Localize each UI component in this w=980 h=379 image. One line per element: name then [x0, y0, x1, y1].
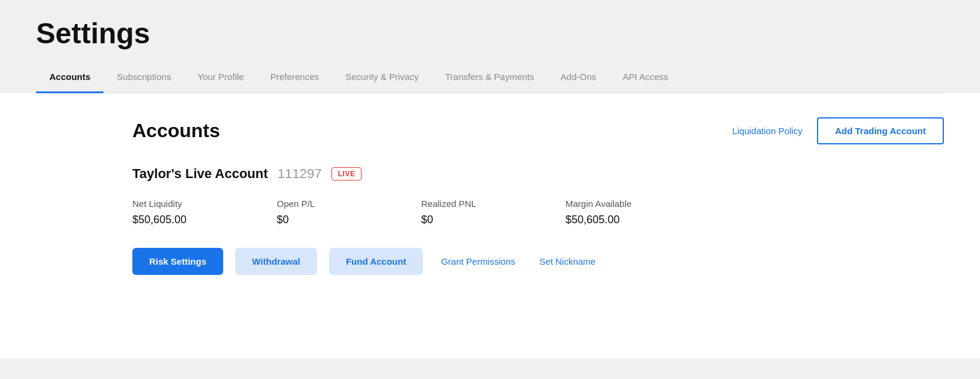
tab-transfers-payments[interactable]: Transfers & Payments: [432, 62, 547, 93]
account-name: Taylor's Live Account: [132, 166, 268, 182]
risk-settings-button[interactable]: Risk Settings: [132, 248, 223, 275]
add-trading-account-button[interactable]: Add Trading Account: [817, 117, 944, 144]
metric-margin-available: Margin Available $50,605.00: [566, 199, 686, 226]
tab-subscriptions[interactable]: Subscriptions: [103, 62, 184, 93]
account-section: Taylor's Live Account 111297 LIVE Net Li…: [132, 166, 944, 275]
metric-label-open-pl: Open P/L: [277, 199, 397, 209]
tab-preferences[interactable]: Preferences: [257, 62, 332, 93]
live-badge: LIVE: [331, 167, 362, 180]
tab-api-access[interactable]: API Access: [609, 62, 682, 93]
metric-value-open-pl: $0: [277, 214, 397, 226]
tab-your-profile[interactable]: Your Profile: [184, 62, 257, 93]
tab-add-ons[interactable]: Add-Ons: [547, 62, 609, 93]
metric-net-liquidity: Net Liquidity $50,605.00: [132, 199, 253, 226]
metric-realized-pnl: Realized PNL $0: [421, 199, 541, 226]
accounts-header: Accounts Liquidation Policy Add Trading …: [132, 117, 944, 144]
metric-value-realized-pnl: $0: [421, 214, 541, 226]
metric-label-realized-pnl: Realized PNL: [421, 199, 541, 209]
metric-label-margin-available: Margin Available: [566, 199, 686, 209]
metrics-row: Net Liquidity $50,605.00 Open P/L $0 Rea…: [132, 199, 944, 226]
withdrawal-button[interactable]: Withdrawal: [235, 248, 317, 275]
actions-row: Risk Settings Withdrawal Fund Account Gr…: [132, 248, 944, 275]
metric-open-pl: Open P/L $0: [277, 199, 397, 226]
tab-accounts[interactable]: Accounts: [36, 62, 103, 93]
fund-account-button[interactable]: Fund Account: [329, 248, 423, 275]
metric-label-net-liquidity: Net Liquidity: [132, 199, 253, 209]
set-nickname-button[interactable]: Set Nickname: [534, 248, 602, 275]
tab-security-privacy[interactable]: Security & Privacy: [332, 62, 432, 93]
account-number: 111297: [277, 166, 321, 182]
metric-value-margin-available: $50,605.00: [566, 214, 686, 226]
grant-permissions-button[interactable]: Grant Permissions: [435, 248, 521, 275]
header-actions: Liquidation Policy Add Trading Account: [732, 117, 944, 144]
page-title: Settings: [36, 17, 944, 50]
accounts-section-title: Accounts: [132, 120, 220, 142]
nav-tabs: Accounts Subscriptions Your Profile Pref…: [36, 62, 944, 93]
liquidation-policy-link[interactable]: Liquidation Policy: [732, 126, 803, 136]
metric-value-net-liquidity: $50,605.00: [132, 214, 253, 226]
main-content: Accounts Liquidation Policy Add Trading …: [0, 93, 980, 358]
account-name-row: Taylor's Live Account 111297 LIVE: [132, 166, 944, 182]
